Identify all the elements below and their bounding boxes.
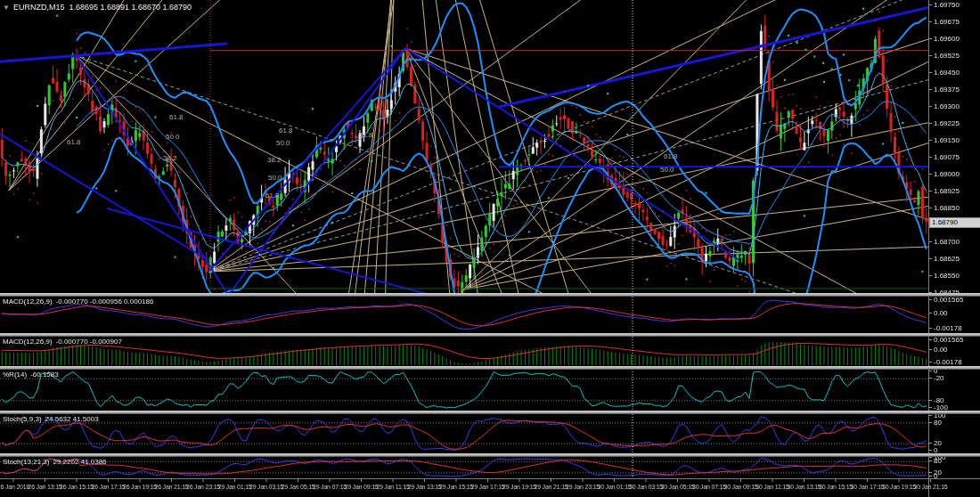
- time-axis-label: 29 Jan 03:15: [249, 484, 283, 490]
- time-axis-label: 29 Jan 07:15: [313, 484, 347, 490]
- time-axis-label: 29 Jan 23:15: [566, 484, 600, 490]
- axis-label: 0.00: [934, 346, 948, 354]
- macd1-values: -0.000770 -0.000956 0.000186: [56, 297, 154, 306]
- time-axis-label: 26 Jan 17:15: [91, 484, 125, 490]
- stoch1-values: 24.5632 41.5003: [45, 415, 99, 423]
- axis-label: 1.69450: [934, 69, 960, 77]
- wpr-name: %R(14): [3, 371, 27, 379]
- fib-level-label: 61.8: [664, 152, 678, 160]
- time-axis-label: 29 Jan 17:15: [470, 484, 504, 490]
- axis-label: 0.001565: [934, 296, 963, 304]
- stoch1-label: Stoch(5,9,3)24.5632 41.5003: [3, 415, 99, 423]
- fib-level-label: 61.8: [169, 113, 184, 121]
- axis-label: 1.69675: [934, 18, 960, 26]
- time-axis-label: 29 Jan 13:15: [407, 484, 441, 490]
- axis-label: 1.68550: [934, 272, 960, 280]
- fib-level-label: 38.2: [267, 156, 282, 164]
- fib-level-label: 61.8: [67, 138, 81, 146]
- macd2-values: -0.000770 -0.000907: [56, 338, 122, 346]
- axis-label: 1.69375: [934, 86, 960, 94]
- fib-level-label: 61.8: [359, 131, 373, 139]
- macd2-name: MACD(12,26,9): [3, 338, 53, 346]
- time-axis-label: 30 Jan 05:15: [660, 484, 694, 490]
- time-axis-label: 30 Jan 13:15: [787, 484, 821, 490]
- axis-label: 1.69225: [934, 119, 960, 127]
- fib-level-label: 50.0: [660, 166, 674, 174]
- axis-label: 1.69750: [934, 1, 960, 9]
- stoch2-name: Stoch(13,21,3): [3, 458, 49, 466]
- fib-level-label: 38.2: [163, 154, 177, 162]
- time-axis-label: 29 Jan 09:15: [344, 484, 378, 490]
- axis-label: 1.69600: [934, 35, 960, 43]
- panel-separator[interactable]: [0, 333, 980, 337]
- time-axis-label: 30 Jan 17:15: [850, 484, 884, 490]
- time-axis-label: 29 Jan 15:15: [439, 484, 473, 490]
- fib-level-label: 50.0: [166, 133, 180, 141]
- chart-canvas[interactable]: [0, 0, 980, 497]
- axis-label: 1.69075: [934, 153, 960, 161]
- time-axis-label: 26 Jan 2018: [0, 484, 29, 490]
- time-axis-label: 30 Jan 07:15: [692, 484, 726, 490]
- time-axis-label: 26 Jan 19:15: [123, 484, 157, 490]
- fib-level-label: 50.0: [276, 139, 290, 147]
- axis-label: -0.00178: [934, 324, 962, 332]
- axis-label: 1.69150: [934, 136, 960, 144]
- axis-label: 1.68850: [934, 204, 960, 212]
- panel-separator[interactable]: [0, 366, 980, 370]
- axis-label: 1.68625: [934, 255, 960, 263]
- time-axis-label: 29 Jan 21:15: [534, 484, 568, 490]
- macd1-label: MACD(12,26,9)-0.000770 -0.000956 0.00018…: [3, 297, 153, 306]
- wpr-values: -60.1583: [30, 371, 59, 379]
- axis-label: 0.00: [934, 309, 948, 317]
- axis-label: 1.69300: [934, 102, 960, 110]
- fib-level-label: 61.8: [279, 126, 293, 134]
- time-axis-label: 26 Jan 15:15: [60, 484, 94, 490]
- wpr-label: %R(14)-60.1583: [3, 371, 59, 379]
- axis-label: 1.68700: [934, 238, 960, 246]
- cursor-icon: ▼: [3, 4, 10, 12]
- stoch1-name: Stoch(5,9,3): [3, 415, 42, 423]
- time-axis-label: 29 Jan 19:15: [502, 484, 536, 490]
- time-axis-label: 26 Jan 23:15: [186, 484, 220, 490]
- current-price-box: 1.68790: [929, 217, 980, 228]
- stoch2-label: Stoch(13,21,3)29.2202 41.0386: [3, 458, 107, 466]
- axis-label: 1.69525: [934, 52, 960, 60]
- stoch2-values: 29.2202 41.0386: [53, 458, 106, 466]
- time-axis-label: 30 Jan 21:15: [913, 484, 947, 490]
- panel-separator[interactable]: [0, 411, 980, 414]
- time-axis-label: 30 Jan 03:15: [629, 484, 663, 490]
- axis-label: -20: [934, 374, 944, 382]
- axis-label: -0.00178: [934, 358, 962, 366]
- time-axis-label: 30 Jan 01:15: [597, 484, 631, 490]
- symbol-timeframe-label: EURNZD,M15: [13, 3, 65, 12]
- panel-separator[interactable]: [0, 453, 980, 457]
- panel-separator[interactable]: [0, 293, 980, 297]
- time-axis-label: 26 Jan 21:15: [154, 484, 188, 490]
- time-axis-label: 30 Jan 15:15: [819, 484, 853, 490]
- fib-level-label: 61.8: [265, 191, 280, 200]
- mt4-chart-window: ▼EURNZD,M15 1.68695 1.68891 1.68670 1.68…: [0, 0, 980, 497]
- macd1-name: MACD(12,26,9): [3, 297, 53, 306]
- ohlc-values: 1.68695 1.68891 1.68670 1.68790: [69, 3, 192, 12]
- fib-level-label: 50.0: [268, 174, 282, 182]
- axis-label: 80: [934, 419, 942, 427]
- time-axis-label: 26 Jan 13:15: [28, 484, 61, 490]
- axis-label: 0: [934, 472, 937, 480]
- time-axis-label: 29 Jan 11:15: [376, 484, 410, 490]
- price-axis[interactable]: 1.697501.696751.696001.695251.694501.693…: [928, 0, 980, 497]
- time-axis[interactable]: 26 Jan 201826 Jan 13:1526 Jan 15:1526 Ja…: [0, 480, 980, 497]
- macd2-label: MACD(12,26,9)-0.000770 -0.000907: [3, 338, 122, 346]
- axis-label: 80: [934, 457, 942, 465]
- chart-title: ▼EURNZD,M15 1.68695 1.68891 1.68670 1.68…: [3, 3, 192, 12]
- time-axis-label: 30 Jan 09:15: [723, 484, 757, 490]
- time-axis-label: 29 Jan 05:15: [281, 484, 314, 490]
- axis-label: 1.68925: [934, 187, 960, 195]
- time-axis-label: 30 Jan 11:15: [755, 484, 789, 490]
- axis-label: 1.69000: [934, 170, 960, 178]
- time-axis-label: 30 Jan 19:15: [882, 484, 916, 490]
- time-axis-label: 29 Jan 01:15: [217, 484, 251, 490]
